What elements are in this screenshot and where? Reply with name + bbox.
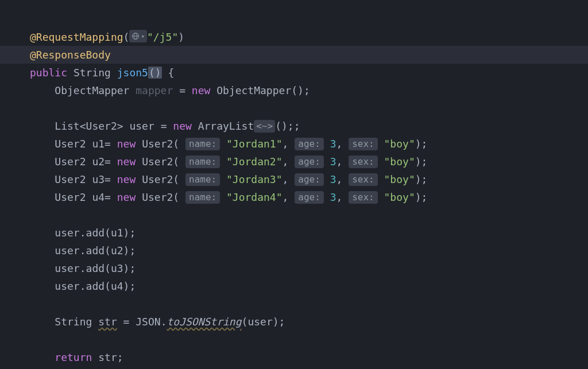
variable: user	[55, 244, 79, 257]
string-literal: "Jordan4"	[226, 191, 283, 203]
unused-var: mapper	[136, 84, 173, 96]
type: User2	[55, 173, 86, 185]
type: ObjectMapper	[216, 84, 291, 96]
variable: u2	[92, 156, 105, 168]
type: JSON	[136, 316, 160, 328]
variable: user	[247, 316, 272, 328]
variable: u1	[92, 138, 105, 150]
string-literal: "boy"	[384, 191, 415, 203]
method-call: add	[86, 244, 105, 257]
type: User2	[55, 191, 86, 203]
lightbulb-icon[interactable]	[17, 30, 25, 38]
inlay-hint: <~>	[254, 120, 275, 133]
string-literal: "/j5"	[147, 31, 178, 43]
number-literal: 3	[330, 173, 336, 185]
param-hint: sex:	[349, 191, 378, 204]
type: String	[55, 316, 92, 328]
variable: str	[98, 316, 117, 328]
annotation: @ResponseBody	[30, 49, 111, 61]
string-literal: "boy"	[384, 173, 415, 185]
type: User2	[55, 156, 86, 168]
variable: u1	[111, 227, 123, 239]
method-name: json5	[117, 67, 148, 79]
type: User2	[142, 138, 173, 150]
param-hint: age:	[295, 191, 324, 204]
type: ArrayList	[198, 120, 254, 132]
type: User2	[55, 138, 86, 150]
chevron-down-icon: ▾	[141, 28, 145, 45]
type: String	[74, 67, 111, 79]
variable: user	[55, 280, 79, 292]
param-hint: name:	[185, 191, 220, 204]
method-call: add	[86, 227, 105, 239]
variable: u4	[111, 280, 123, 292]
variable: str	[98, 351, 117, 363]
code-editor[interactable]: @RequestMapping(▾"/j5") @ResponseBody pu…	[30, 10, 427, 369]
type: User2	[86, 120, 117, 132]
keyword: new	[117, 191, 136, 203]
param-hint: name:	[185, 173, 220, 186]
param-hint: sex:	[349, 156, 378, 168]
number-literal: 3	[330, 156, 336, 168]
keyword: new	[173, 120, 192, 132]
variable: u3	[111, 262, 123, 274]
param-hint: age:	[295, 156, 324, 168]
variable: u2	[111, 244, 123, 257]
param-hint: age:	[295, 138, 324, 150]
keyword: new	[117, 138, 136, 150]
keyword: public	[30, 67, 67, 79]
variable: u3	[92, 173, 105, 185]
keyword: return	[55, 351, 92, 363]
annotation: @RequestMapping	[30, 31, 123, 43]
param-hint: name:	[185, 138, 220, 150]
variable: user	[55, 262, 79, 274]
type: User2	[142, 156, 173, 168]
variable: u4	[92, 191, 105, 203]
string-literal: "boy"	[384, 138, 415, 150]
string-literal: "Jordan3"	[226, 173, 283, 185]
globe-icon[interactable]: ▾	[129, 30, 147, 42]
param-hint: age:	[295, 173, 324, 186]
string-literal: "Jordan2"	[226, 156, 283, 168]
keyword: new	[117, 173, 136, 185]
param-hint: name:	[185, 156, 220, 168]
variable: user	[129, 120, 154, 132]
type: ObjectMapper	[55, 84, 129, 96]
string-literal: "Jordan1"	[226, 138, 283, 150]
method-call: add	[86, 280, 105, 292]
param-hint: sex:	[349, 138, 378, 150]
variable: user	[55, 227, 79, 239]
method-call: toJSONString	[167, 316, 241, 328]
keyword: new	[117, 156, 136, 168]
number-literal: 3	[330, 191, 336, 203]
method-call: add	[86, 262, 105, 274]
string-literal: "boy"	[384, 156, 415, 168]
number-literal: 3	[330, 138, 336, 150]
type: List	[55, 120, 79, 132]
type: User2	[142, 191, 173, 203]
type: User2	[142, 173, 173, 185]
param-hint: sex:	[349, 173, 378, 186]
keyword: new	[192, 84, 211, 96]
